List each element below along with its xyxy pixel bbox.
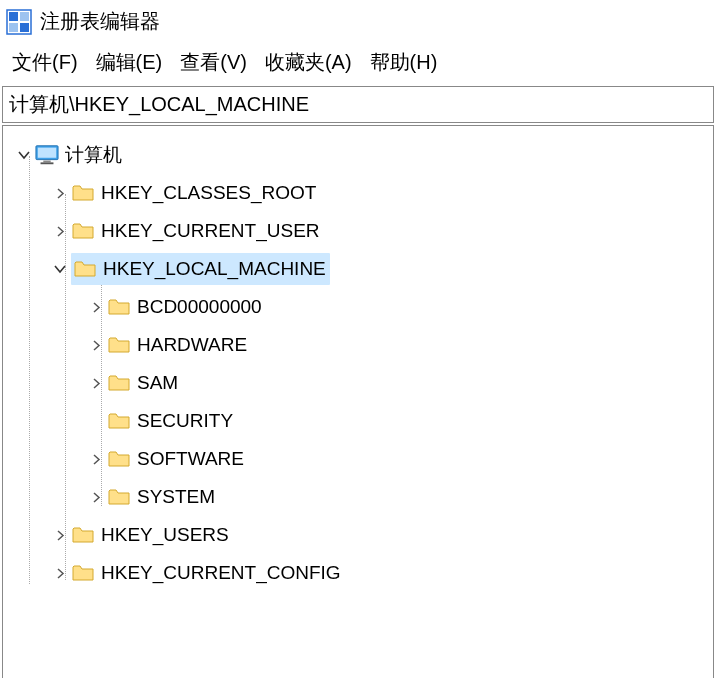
chevron-right-icon[interactable]: [51, 222, 69, 240]
tree-row-hklm[interactable]: HKEY_LOCAL_MACHINE: [7, 250, 709, 288]
tree-row-hkcu[interactable]: HKEY_CURRENT_USER: [7, 212, 709, 250]
menubar: 文件(F) 编辑(E) 查看(V) 收藏夹(A) 帮助(H): [0, 43, 716, 86]
tree-label: BCD00000000: [137, 296, 262, 318]
tree-row-bcd[interactable]: BCD00000000: [7, 288, 709, 326]
menu-help[interactable]: 帮助(H): [370, 49, 438, 76]
tree-label: HARDWARE: [137, 334, 247, 356]
folder-icon: [107, 409, 131, 433]
chevron-down-icon[interactable]: [51, 260, 69, 278]
tree-row-software[interactable]: SOFTWARE: [7, 440, 709, 478]
tree-row-security[interactable]: SECURITY: [7, 402, 709, 440]
chevron-right-icon[interactable]: [87, 488, 105, 506]
tree-row-hkcr[interactable]: HKEY_CLASSES_ROOT: [7, 174, 709, 212]
tree-label: HKEY_USERS: [101, 524, 229, 546]
tree-label: HKEY_LOCAL_MACHINE: [103, 258, 326, 280]
menu-favorites[interactable]: 收藏夹(A): [265, 49, 352, 76]
folder-icon: [107, 333, 131, 357]
chevron-right-icon[interactable]: [87, 450, 105, 468]
tree-row-hku[interactable]: HKEY_USERS: [7, 516, 709, 554]
folder-icon: [107, 295, 131, 319]
tree-label: SECURITY: [137, 410, 233, 432]
tree-label: HKEY_CLASSES_ROOT: [101, 182, 316, 204]
svg-rect-1: [9, 12, 18, 21]
tree-label: SAM: [137, 372, 178, 394]
titlebar: 注册表编辑器: [0, 0, 716, 43]
folder-icon: [107, 485, 131, 509]
svg-rect-7: [43, 161, 50, 163]
tree-label: SYSTEM: [137, 486, 215, 508]
tree-row-sam[interactable]: SAM: [7, 364, 709, 402]
tree-view[interactable]: 计算机 HKEY_CLASSES_ROOT HKEY_CURRENT_USER …: [2, 125, 714, 678]
folder-icon: [71, 561, 95, 585]
folder-icon: [107, 371, 131, 395]
folder-icon: [107, 447, 131, 471]
monitor-icon: [35, 143, 59, 167]
tree-row-hardware[interactable]: HARDWARE: [7, 326, 709, 364]
tree-row-system[interactable]: SYSTEM: [7, 478, 709, 516]
chevron-right-icon[interactable]: [87, 336, 105, 354]
tree-row-computer[interactable]: 计算机: [7, 136, 709, 174]
chevron-right-icon[interactable]: [87, 298, 105, 316]
chevron-right-icon[interactable]: [87, 374, 105, 392]
app-title: 注册表编辑器: [40, 8, 160, 35]
chevron-right-icon[interactable]: [51, 526, 69, 544]
menu-edit[interactable]: 编辑(E): [96, 49, 163, 76]
tree-label: 计算机: [65, 142, 122, 168]
tree-label: HKEY_CURRENT_USER: [101, 220, 320, 242]
folder-icon: [71, 181, 95, 205]
svg-rect-4: [20, 23, 29, 32]
chevron-right-icon[interactable]: [51, 184, 69, 202]
svg-rect-3: [9, 23, 18, 32]
svg-rect-6: [38, 148, 56, 158]
regedit-icon: [6, 9, 32, 35]
chevron-right-icon[interactable]: [51, 564, 69, 582]
address-path: 计算机\HKEY_LOCAL_MACHINE: [9, 93, 309, 115]
address-bar[interactable]: 计算机\HKEY_LOCAL_MACHINE: [2, 86, 714, 123]
folder-icon: [71, 523, 95, 547]
selection-highlight: HKEY_LOCAL_MACHINE: [71, 253, 330, 285]
tree-row-hkcc[interactable]: HKEY_CURRENT_CONFIG: [7, 554, 709, 592]
tree-label: HKEY_CURRENT_CONFIG: [101, 562, 341, 584]
folder-icon: [73, 257, 97, 281]
svg-rect-2: [20, 12, 29, 21]
folder-icon: [71, 219, 95, 243]
menu-file[interactable]: 文件(F): [12, 49, 78, 76]
tree-label: SOFTWARE: [137, 448, 244, 470]
menu-view[interactable]: 查看(V): [180, 49, 247, 76]
svg-rect-8: [41, 162, 54, 164]
chevron-down-icon[interactable]: [15, 146, 33, 164]
